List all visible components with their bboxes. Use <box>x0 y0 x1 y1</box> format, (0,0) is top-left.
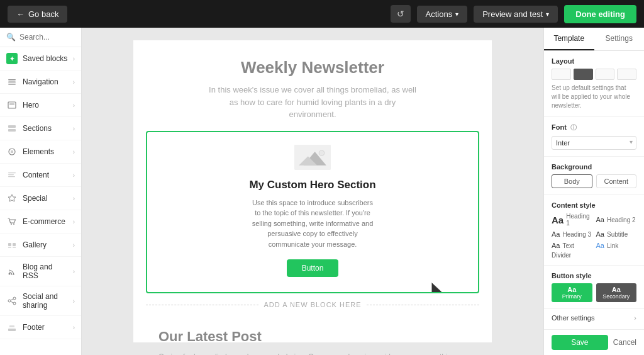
cs-subtitle[interactable]: Aa Subtitle <box>596 230 637 238</box>
font-select[interactable]: Inter <box>552 136 636 150</box>
svg-rect-0 <box>8 79 16 81</box>
btn-style-primary[interactable]: Aa Primary <box>552 283 592 302</box>
sidebar-item-special[interactable]: Special › <box>0 187 81 210</box>
cs-link[interactable]: Aa Link <box>596 242 637 249</box>
ecommerce-icon <box>6 216 18 227</box>
right-panel-footer: Save Cancel <box>544 329 644 355</box>
other-settings[interactable]: Other settings › <box>544 309 644 327</box>
sidebar-item-footer[interactable]: Footer › <box>0 316 81 339</box>
sidebar-item-ecommerce[interactable]: E-commerce › <box>0 210 81 234</box>
sidebar-item-navigation[interactable]: Navigation › <box>0 70 81 94</box>
background-section: Background Body Content <box>544 157 644 195</box>
layout-section: Layout Set up default settings that will… <box>544 51 644 117</box>
cs-h1-aa: Aa <box>552 215 564 225</box>
canvas-area[interactable]: Weekly Newsletter In this week's issue w… <box>82 28 543 355</box>
svg-rect-26 <box>9 325 14 327</box>
right-panel-tabs: Template Settings <box>544 28 644 51</box>
email-canvas: Weekly Newsletter In this week's issue w… <box>133 40 492 342</box>
content-style-section: Content style Aa Heading 1 Aa Heading 2 … <box>544 195 644 266</box>
sidebar-item-sections[interactable]: Sections › <box>0 117 81 140</box>
svg-rect-18 <box>13 247 16 248</box>
preview-button[interactable]: Preview and test ▾ <box>474 6 558 23</box>
sidebar-item-saved-blocks[interactable]: ✦ Saved blocks › <box>0 47 81 70</box>
cancel-button[interactable]: Cancel <box>613 335 636 350</box>
add-block-bar[interactable]: ADD A NEW BLOCK HERE <box>133 293 492 316</box>
layout-opt-3[interactable] <box>596 69 615 80</box>
button-style-section: Button style Aa Primary Aa Secondary <box>544 266 644 309</box>
main-layout: 🔍 ✦ Saved blocks › Navigation › Hero › <box>0 28 644 355</box>
svg-point-22 <box>13 302 16 305</box>
svg-rect-16 <box>13 243 16 246</box>
font-info-icon: ⓘ <box>570 124 577 131</box>
sidebar-item-content[interactable]: Content › <box>0 164 81 187</box>
cs-h1[interactable]: Aa Heading 1 <box>552 213 592 227</box>
svg-rect-17 <box>8 247 11 248</box>
history-button[interactable]: ↺ <box>391 5 411 23</box>
cs-h3-aa: Aa <box>552 230 560 238</box>
bg-opt-content[interactable]: Content <box>596 174 637 188</box>
background-label: Background <box>552 163 636 171</box>
svg-point-14 <box>13 223 14 225</box>
svg-point-20 <box>13 297 16 300</box>
sidebar-item-elements[interactable]: Elements › <box>0 140 81 164</box>
bg-opt-body[interactable]: Body <box>552 174 592 188</box>
search-icon: 🔍 <box>6 33 16 42</box>
hero-cta-button[interactable]: Button <box>287 259 339 277</box>
font-label: Font ⓘ <box>552 123 636 132</box>
bg-options: Body Content <box>552 174 636 188</box>
cs-divider[interactable]: Divider <box>552 252 636 259</box>
cs-h2-aa: Aa <box>596 216 604 223</box>
right-panel: Template Settings Layout Set up default … <box>543 28 644 355</box>
chevron-right-icon: › <box>73 172 75 179</box>
actions-button[interactable]: Actions ▾ <box>417 6 468 23</box>
btn-secondary-label: Secondary <box>600 293 633 300</box>
chevron-right-icon: › <box>73 242 75 249</box>
layout-desc: Set up default settings that will be app… <box>552 84 636 110</box>
newsletter-header: Weekly Newsletter In this week's issue w… <box>133 40 492 131</box>
chevron-right-icon: › <box>73 195 75 202</box>
saved-blocks-icon: ✦ <box>6 53 18 64</box>
latest-post-section: Our Latest Post Caring for bromeliads ca… <box>133 316 492 355</box>
sidebar-item-blog-rss[interactable]: Blog and RSS › <box>0 257 81 286</box>
blog-rss-icon <box>6 266 18 277</box>
latest-post-body: Caring for bromeliads can be overwhelmin… <box>158 351 467 355</box>
search-input[interactable] <box>19 33 75 42</box>
tab-settings[interactable]: Settings <box>594 28 645 50</box>
svg-rect-25 <box>8 329 16 331</box>
svg-line-23 <box>11 299 13 300</box>
chevron-right-icon: › <box>73 218 75 225</box>
layout-opt-2[interactable] <box>574 69 593 80</box>
svg-rect-11 <box>8 176 15 177</box>
save-button[interactable]: Save <box>552 335 608 350</box>
cs-h3[interactable]: Aa Heading 3 <box>552 230 592 238</box>
svg-rect-2 <box>8 84 16 85</box>
done-editing-button[interactable]: Done editing <box>564 5 636 23</box>
dashed-line-left <box>146 305 258 305</box>
cs-subtitle-aa: Aa <box>596 230 604 238</box>
chevron-right-icon: › <box>73 149 75 155</box>
cs-h2[interactable]: Aa Heading 2 <box>596 213 637 227</box>
btn-style-secondary[interactable]: Aa Secondary <box>596 283 637 302</box>
hero-icon <box>6 99 18 111</box>
layout-opt-4[interactable] <box>617 69 636 80</box>
sections-icon <box>6 123 18 134</box>
svg-rect-6 <box>8 129 16 132</box>
sidebar-item-hero[interactable]: Hero › <box>0 94 81 117</box>
sidebar-item-gallery[interactable]: Gallery › <box>0 234 81 257</box>
left-sidebar: 🔍 ✦ Saved blocks › Navigation › Hero › <box>0 28 82 355</box>
content-style-label: Content style <box>552 201 636 209</box>
layout-options <box>552 69 636 80</box>
preview-caret-icon: ▾ <box>546 11 549 18</box>
tab-template[interactable]: Template <box>544 28 594 50</box>
newsletter-title: Weekly Newsletter <box>158 58 467 77</box>
go-back-button[interactable]: ← Go back <box>8 6 67 23</box>
cs-text[interactable]: Aa Text <box>552 242 592 249</box>
sidebar-item-social[interactable]: Social and sharing › <box>0 286 81 316</box>
svg-rect-8 <box>11 150 13 153</box>
layout-opt-1[interactable] <box>552 69 571 80</box>
svg-rect-10 <box>8 174 14 175</box>
add-block-label: ADD A NEW BLOCK HERE <box>264 301 361 308</box>
hero-block[interactable]: My Custom Hero Section Use this space to… <box>146 131 479 294</box>
font-select-wrap: Inter <box>552 136 636 150</box>
actions-caret-icon: ▾ <box>455 11 458 18</box>
